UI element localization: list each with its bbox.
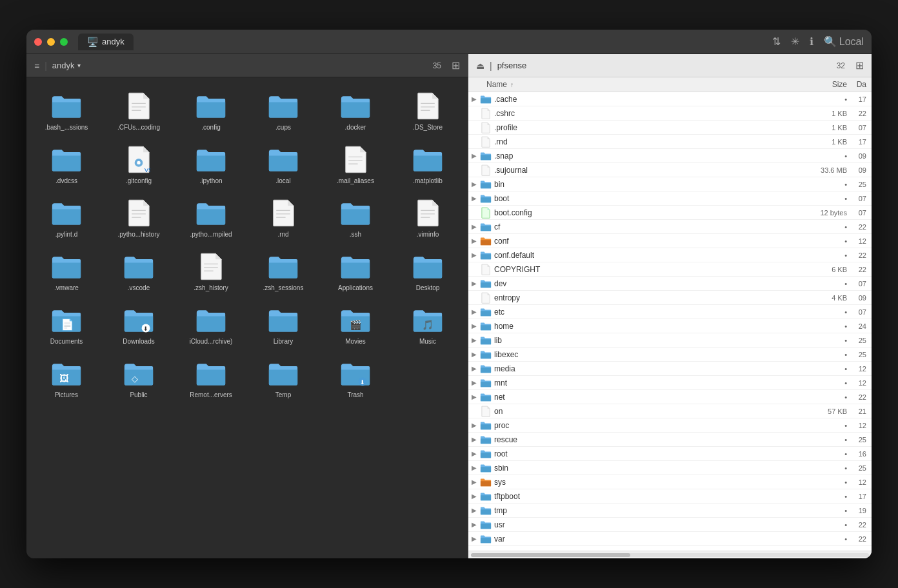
expand-arrow-icon[interactable]: ▶ bbox=[468, 478, 480, 485]
expand-arrow-icon[interactable]: ▶ bbox=[468, 422, 480, 429]
table-row[interactable]: ▶ boot•07 bbox=[468, 191, 872, 206]
table-row[interactable]: ▶ net•22 bbox=[468, 390, 872, 404]
list-item[interactable]: .viminfo bbox=[393, 192, 463, 243]
table-row[interactable]: ▶ home•24 bbox=[468, 319, 872, 333]
list-item[interactable]: 🎬 Movies bbox=[321, 299, 390, 350]
list-item[interactable]: ⬇ Downloads bbox=[104, 299, 174, 350]
list-item[interactable]: ◇ Public bbox=[104, 353, 174, 404]
list-item[interactable]: .ipython bbox=[176, 139, 246, 190]
eject-icon[interactable]: ⏏ bbox=[476, 61, 484, 71]
expand-arrow-icon[interactable]: ▶ bbox=[468, 507, 480, 514]
list-item[interactable]: .zsh_sessions bbox=[248, 246, 318, 297]
list-item[interactable]: .vmware bbox=[32, 246, 101, 297]
list-item[interactable]: 📄 Documents bbox=[32, 299, 101, 350]
table-row[interactable]: entropy4 KB09 bbox=[468, 291, 872, 305]
expand-arrow-icon[interactable]: ▶ bbox=[468, 351, 480, 358]
list-item[interactable]: 🖼 Pictures bbox=[32, 353, 101, 404]
table-row[interactable]: COPYRIGHT6 KB22 bbox=[468, 262, 872, 277]
expand-arrow-icon[interactable]: ▶ bbox=[468, 436, 480, 443]
list-item[interactable]: .bash_...ssions bbox=[32, 85, 101, 136]
table-row[interactable]: ▶ tftpboot•17 bbox=[468, 489, 872, 504]
expand-arrow-icon[interactable]: ▶ bbox=[468, 493, 480, 500]
tab-andyk[interactable]: 🖥️ andyk bbox=[78, 34, 134, 50]
maximize-button[interactable] bbox=[60, 38, 68, 46]
expand-arrow-icon[interactable]: ▶ bbox=[468, 322, 480, 329]
table-row[interactable]: ▶ cf•22 bbox=[468, 220, 872, 234]
list-item[interactable]: .local bbox=[248, 139, 318, 190]
table-row[interactable]: ▶ conf•12 bbox=[468, 234, 872, 248]
minimize-button[interactable] bbox=[47, 38, 55, 46]
list-item[interactable]: Applications bbox=[321, 246, 390, 297]
expand-arrow-icon[interactable]: ▶ bbox=[468, 450, 480, 457]
list-item[interactable]: VS .gitconfig bbox=[104, 139, 174, 190]
table-row[interactable]: ▶ usr•22 bbox=[468, 518, 872, 532]
expand-arrow-icon[interactable]: ▶ bbox=[468, 181, 480, 188]
expand-arrow-icon[interactable]: ▶ bbox=[468, 337, 480, 344]
sort-icon[interactable]: ⇅ bbox=[772, 35, 781, 48]
table-row[interactable]: ▶ sys•12 bbox=[468, 475, 872, 489]
table-row[interactable]: ▶ var•22 bbox=[468, 532, 872, 546]
expand-arrow-icon[interactable]: ▶ bbox=[468, 195, 480, 202]
expand-arrow-icon[interactable]: ▶ bbox=[468, 521, 480, 528]
table-row[interactable]: ▶ rescue•25 bbox=[468, 433, 872, 447]
expand-arrow-icon[interactable]: ▶ bbox=[468, 365, 480, 372]
list-item[interactable]: .zsh_history bbox=[176, 246, 246, 297]
left-pane-title[interactable]: andyk ▾ bbox=[52, 61, 81, 70]
col-size-header[interactable]: Size bbox=[795, 80, 847, 89]
list-item[interactable]: .cups bbox=[248, 85, 318, 136]
table-row[interactable]: ▶ .cache•17 bbox=[468, 92, 872, 106]
expand-arrow-icon[interactable]: ▶ bbox=[468, 379, 480, 386]
col-name-header[interactable]: Name ↑ bbox=[486, 80, 795, 89]
table-row[interactable]: ▶ dev•07 bbox=[468, 277, 872, 291]
expand-arrow-icon[interactable]: ▶ bbox=[468, 464, 480, 471]
expand-arrow-icon[interactable]: ▶ bbox=[468, 237, 480, 244]
list-item[interactable]: .pytho...history bbox=[104, 192, 174, 243]
expand-arrow-icon[interactable]: ▶ bbox=[468, 535, 480, 542]
list-item[interactable]: .docker bbox=[321, 85, 390, 136]
list-item[interactable]: .rnd bbox=[248, 192, 318, 243]
list-item[interactable]: .CFUs...coding bbox=[104, 85, 174, 136]
list-item[interactable]: .pylint.d bbox=[32, 192, 101, 243]
list-item[interactable]: Library bbox=[248, 299, 318, 350]
list-item[interactable]: Temp bbox=[248, 353, 318, 404]
list-item[interactable]: Remot...ervers bbox=[176, 353, 246, 404]
list-item[interactable]: .pytho...mpiled bbox=[176, 192, 246, 243]
list-item[interactable]: .mail_aliases bbox=[321, 139, 390, 190]
list-item[interactable]: Desktop bbox=[393, 246, 463, 297]
table-row[interactable]: .profile1 KB07 bbox=[468, 121, 872, 135]
list-item[interactable]: iCloud...rchive) bbox=[176, 299, 246, 350]
table-row[interactable]: ▶ tmp•19 bbox=[468, 504, 872, 518]
table-row[interactable]: boot.config12 bytes07 bbox=[468, 206, 872, 220]
horizontal-scrollbar[interactable] bbox=[468, 551, 872, 558]
info-icon[interactable]: ℹ bbox=[810, 35, 813, 48]
table-row[interactable]: .sujournal33.6 MB09 bbox=[468, 163, 872, 177]
list-item[interactable]: .ssh bbox=[321, 192, 390, 243]
list-item[interactable]: .matplotlib bbox=[393, 139, 463, 190]
table-row[interactable]: ▶ mnt•12 bbox=[468, 376, 872, 390]
expand-arrow-icon[interactable]: ▶ bbox=[468, 152, 480, 159]
list-item[interactable]: ⬇ Trash bbox=[321, 353, 390, 404]
right-view-toggle[interactable]: ⊞ bbox=[855, 59, 864, 72]
list-item[interactable]: 🎵 Music bbox=[393, 299, 463, 350]
table-row[interactable]: ▶ lib•25 bbox=[468, 333, 872, 348]
list-item[interactable]: .vscode bbox=[104, 246, 174, 297]
list-item[interactable]: .DS_Store bbox=[393, 85, 463, 136]
table-row[interactable]: on57 KB21 bbox=[468, 404, 872, 418]
table-row[interactable]: ▶ proc•12 bbox=[468, 418, 872, 433]
col-date-header[interactable]: Da bbox=[847, 80, 866, 89]
scrollbar-thumb[interactable] bbox=[471, 553, 630, 557]
table-row[interactable]: ▶ libexec•25 bbox=[468, 348, 872, 362]
table-row[interactable]: .rnd1 KB17 bbox=[468, 135, 872, 149]
table-row[interactable]: ▶ etc•07 bbox=[468, 305, 872, 319]
expand-arrow-icon[interactable]: ▶ bbox=[468, 95, 480, 103]
snowflake-icon[interactable]: ✳ bbox=[791, 35, 799, 48]
table-row[interactable]: ▶ conf.default•22 bbox=[468, 248, 872, 262]
expand-arrow-icon[interactable]: ▶ bbox=[468, 251, 480, 259]
table-row[interactable]: ▶ root•16 bbox=[468, 447, 872, 461]
left-view-toggle[interactable]: ⊞ bbox=[452, 59, 460, 72]
list-item[interactable]: .config bbox=[176, 85, 246, 136]
expand-arrow-icon[interactable]: ▶ bbox=[468, 308, 480, 315]
table-row[interactable]: ▶ media•12 bbox=[468, 362, 872, 376]
table-row[interactable]: ▶ sbin•25 bbox=[468, 461, 872, 475]
table-row[interactable]: .cshrc1 KB22 bbox=[468, 106, 872, 121]
